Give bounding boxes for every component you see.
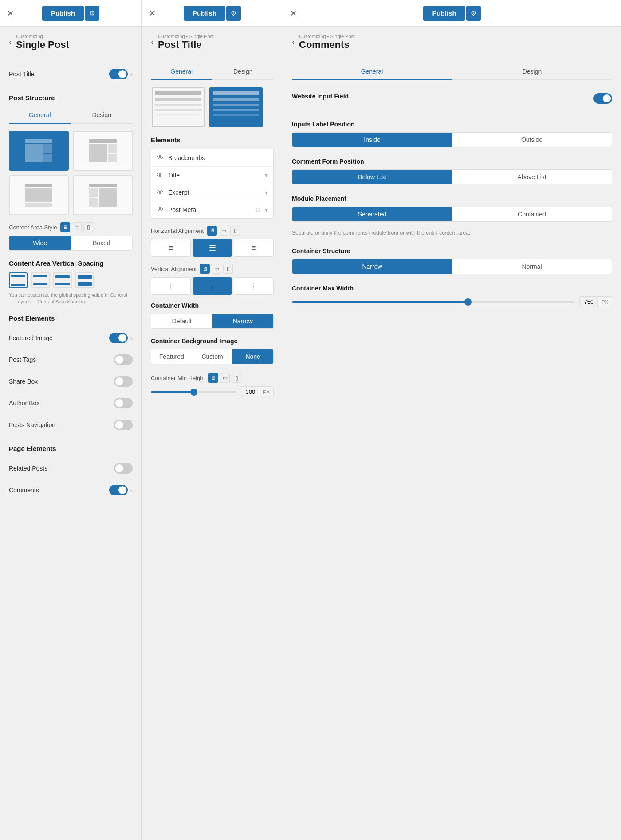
large-preview-1[interactable]	[152, 87, 205, 127]
post-title-toggle[interactable]	[109, 69, 128, 79]
website-input-label: Website Input Field	[292, 93, 349, 100]
tab-design-2[interactable]: Design	[212, 63, 274, 80]
device-icon-mobile[interactable]: ▯	[83, 222, 93, 232]
h-align-tablet[interactable]: ▭	[219, 226, 228, 236]
author-box-toggle[interactable]	[114, 398, 133, 408]
btn-above-list[interactable]: Above List	[452, 170, 612, 184]
btn-bg-none[interactable]: None	[232, 349, 273, 364]
tab-general-3[interactable]: General	[292, 63, 452, 80]
btn-inside[interactable]: Inside	[292, 133, 452, 147]
eye-icon-excerpt[interactable]: 👁	[157, 188, 164, 196]
post-title-row: Post Title ›	[9, 63, 133, 85]
container-min-height-label: Container Min Height 🖥 ▭ ▯	[151, 373, 274, 383]
layout-preview-3[interactable]	[9, 175, 69, 215]
element-post-meta-copy[interactable]: ⧉	[256, 206, 260, 214]
spacing-opt-3[interactable]	[53, 272, 72, 288]
btn-boxed[interactable]: Boxed	[71, 236, 133, 250]
container-min-height-slider[interactable]	[151, 391, 236, 393]
panel-title-2: Post Title	[158, 39, 214, 51]
btn-narrow-structure[interactable]: Narrow	[292, 259, 452, 274]
btn-bg-featured[interactable]: Featured	[151, 349, 192, 364]
publish-button-3[interactable]: Publish	[423, 6, 465, 21]
btn-wide[interactable]: Wide	[9, 236, 71, 250]
container-max-width-slider[interactable]	[292, 301, 575, 303]
min-height-monitor[interactable]: 🖥	[208, 373, 218, 383]
layout-preview-1[interactable]	[9, 131, 69, 171]
inputs-label-position-label: Inputs Label Position	[292, 121, 612, 128]
btn-contained[interactable]: Contained	[452, 207, 612, 221]
eye-icon-breadcrumbs[interactable]: 👁	[157, 154, 164, 162]
publish-label-3: Publish	[432, 9, 456, 17]
large-preview-2[interactable]	[209, 87, 263, 127]
device-icon-tablet[interactable]: ▭	[72, 222, 82, 232]
element-title-arrow[interactable]: ▾	[265, 172, 268, 179]
tab-general-2[interactable]: General	[151, 63, 212, 80]
gear-button-3[interactable]: ⚙	[466, 6, 481, 21]
h-align-right[interactable]: ≡	[234, 239, 274, 257]
back-button-3[interactable]: ‹	[292, 38, 295, 47]
close-button-2[interactable]: ✕	[149, 8, 156, 18]
comments-toggle[interactable]	[109, 485, 128, 495]
element-post-meta: 👁 Post Meta ⧉ ▾	[151, 201, 273, 218]
v-align-middle[interactable]: ⦚	[193, 277, 232, 295]
min-height-tablet[interactable]: ▭	[220, 373, 230, 383]
back-button-2[interactable]: ‹	[151, 38, 153, 47]
eye-icon-title[interactable]: 👁	[157, 171, 164, 179]
btn-bg-custom[interactable]: Custom	[192, 349, 233, 364]
layout-preview-2[interactable]	[73, 131, 133, 171]
post-title-chevron[interactable]: ›	[130, 71, 133, 78]
back-button-1[interactable]: ‹	[9, 38, 12, 47]
gear-button-2[interactable]: ⚙	[226, 6, 241, 21]
publish-label-1: Publish	[51, 9, 75, 17]
element-post-meta-arrow[interactable]: ▾	[265, 206, 268, 213]
h-align-monitor[interactable]: 🖥	[207, 226, 217, 236]
v-align-monitor[interactable]: 🖥	[200, 264, 210, 274]
btn-narrow-width[interactable]: Narrow	[212, 314, 274, 328]
posts-navigation-label: Posts Navigation	[9, 421, 55, 428]
min-height-mobile[interactable]: ▯	[232, 373, 241, 383]
btn-default-width[interactable]: Default	[151, 314, 212, 328]
related-posts-toggle[interactable]	[114, 463, 133, 474]
spacing-opt-2[interactable]	[31, 272, 50, 288]
comments-label: Comments	[9, 487, 39, 494]
h-align-center[interactable]: ☰	[193, 239, 232, 257]
eye-icon-post-meta[interactable]: 👁	[157, 206, 164, 214]
tab-design-1[interactable]: Design	[71, 107, 133, 124]
tab-general-1[interactable]: General	[9, 107, 71, 124]
tab-design-3[interactable]: Design	[452, 63, 612, 80]
close-button-1[interactable]: ✕	[7, 8, 14, 18]
post-elements-heading: Post Elements	[9, 314, 133, 322]
share-box-toggle[interactable]	[114, 376, 133, 387]
v-align-bottom[interactable]: ⦚	[234, 277, 274, 295]
btn-below-list[interactable]: Below List	[292, 170, 452, 184]
element-excerpt-arrow[interactable]: ▾	[265, 189, 268, 196]
website-input-toggle[interactable]	[593, 93, 612, 104]
comment-form-position-group: Below List Above List	[292, 169, 612, 184]
v-align-tablet[interactable]: ▭	[212, 264, 221, 274]
v-align-top[interactable]: ⦚	[151, 277, 191, 295]
posts-navigation-row: Posts Navigation	[9, 414, 133, 436]
post-tags-toggle[interactable]	[114, 354, 133, 365]
layout-preview-4[interactable]	[73, 175, 133, 215]
container-structure-section: Container Structure Narrow Normal	[292, 247, 612, 274]
btn-outside[interactable]: Outside	[452, 133, 612, 147]
spacing-opt-4[interactable]	[75, 272, 94, 288]
spacing-opt-1[interactable]	[9, 272, 28, 288]
comments-chevron[interactable]: ›	[130, 487, 133, 494]
featured-image-chevron[interactable]: ›	[130, 334, 133, 341]
featured-image-toggle[interactable]	[109, 333, 128, 343]
publish-button-2[interactable]: Publish	[184, 6, 225, 21]
share-box-row: Share Box	[9, 371, 133, 393]
btn-normal-structure[interactable]: Normal	[452, 259, 612, 274]
close-button-3[interactable]: ✕	[290, 8, 297, 18]
device-icon-monitor[interactable]: 🖥	[60, 222, 70, 232]
featured-image-label: Featured Image	[9, 334, 53, 341]
btn-separated[interactable]: Separated	[292, 207, 452, 221]
gear-button-1[interactable]: ⚙	[85, 6, 99, 21]
posts-navigation-toggle[interactable]	[114, 420, 133, 430]
v-align-mobile[interactable]: ▯	[223, 264, 233, 274]
h-align-left[interactable]: ≡	[151, 239, 191, 257]
h-align-mobile[interactable]: ▯	[230, 226, 240, 236]
publish-button-1[interactable]: Publish	[42, 6, 84, 21]
content-area-style-group: Wide Boxed	[9, 236, 133, 251]
